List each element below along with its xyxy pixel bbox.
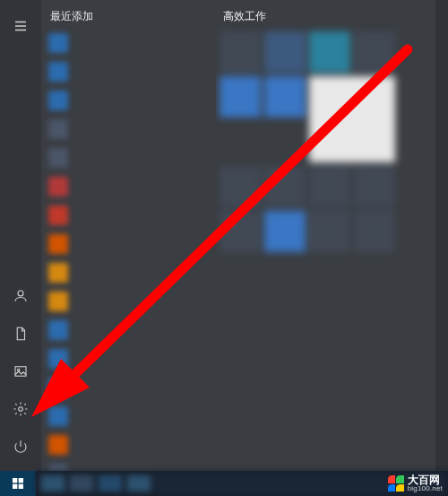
app-icon <box>48 91 68 110</box>
app-list-item[interactable] <box>47 288 212 315</box>
scrollbar[interactable] <box>435 0 448 471</box>
tile[interactable] <box>309 166 350 207</box>
tile-group-heading: 高效工作 <box>223 9 431 24</box>
start-menu: 最近添加 高效工作 <box>0 0 435 471</box>
user-button[interactable] <box>0 277 41 315</box>
tile[interactable] <box>354 166 395 207</box>
start-rail <box>0 0 41 471</box>
app-list-item[interactable] <box>47 460 212 471</box>
svg-point-6 <box>19 407 23 412</box>
app-list-item[interactable] <box>47 317 212 344</box>
tile[interactable] <box>220 76 261 117</box>
app-list-item[interactable] <box>47 202 212 229</box>
app-list-item[interactable] <box>47 87 212 114</box>
app-list-item[interactable] <box>47 30 212 57</box>
tile[interactable] <box>309 31 350 73</box>
app-list-item[interactable] <box>47 231 212 257</box>
tile[interactable] <box>220 211 261 252</box>
svg-rect-7 <box>13 478 17 483</box>
documents-button[interactable] <box>0 315 41 352</box>
svg-rect-9 <box>13 484 17 489</box>
power-button[interactable] <box>0 428 41 466</box>
app-icon <box>48 148 68 168</box>
tile[interactable] <box>309 76 395 162</box>
pictures-button[interactable] <box>0 352 41 390</box>
app-list-item[interactable] <box>47 431 212 458</box>
svg-rect-8 <box>19 478 23 483</box>
app-list-heading: 最近添加 <box>50 9 212 24</box>
app-list-item[interactable] <box>47 374 212 401</box>
svg-rect-4 <box>15 367 26 377</box>
app-icon <box>48 378 68 397</box>
svg-rect-10 <box>19 484 23 489</box>
app-icon <box>48 234 68 254</box>
app-list-item[interactable] <box>47 58 212 85</box>
app-icon <box>48 320 68 340</box>
taskbar-items <box>36 471 448 496</box>
app-icon <box>48 205 68 225</box>
settings-button[interactable] <box>0 390 41 428</box>
app-list-item[interactable] <box>47 403 212 430</box>
app-icon <box>48 33 68 53</box>
tile[interactable] <box>264 76 306 117</box>
app-list-item[interactable] <box>47 345 212 372</box>
app-icon <box>48 406 68 426</box>
app-icon <box>48 177 68 196</box>
app-icon <box>48 435 68 455</box>
app-icon <box>48 292 68 311</box>
tile[interactable] <box>309 211 350 252</box>
tile[interactable] <box>354 211 395 252</box>
tile[interactable] <box>264 166 306 207</box>
app-icon <box>48 349 68 369</box>
tile[interactable] <box>264 211 306 252</box>
app-icon <box>48 464 68 471</box>
tiles-area: 高效工作 <box>216 0 435 471</box>
tile[interactable] <box>264 31 306 73</box>
taskbar <box>0 471 448 496</box>
tile[interactable] <box>220 31 261 73</box>
app-list-item[interactable] <box>47 173 212 200</box>
app-icon <box>48 119 68 139</box>
tile[interactable] <box>354 31 395 73</box>
start-button[interactable] <box>0 471 36 496</box>
app-list: 最近添加 <box>41 0 216 471</box>
app-icon <box>48 62 68 82</box>
hamburger-button[interactable] <box>0 7 41 45</box>
app-list-item[interactable] <box>47 259 212 286</box>
app-list-item[interactable] <box>47 144 212 171</box>
tile[interactable] <box>220 166 261 207</box>
app-list-item[interactable] <box>47 116 212 143</box>
svg-point-3 <box>18 291 23 296</box>
app-icon <box>48 263 68 283</box>
